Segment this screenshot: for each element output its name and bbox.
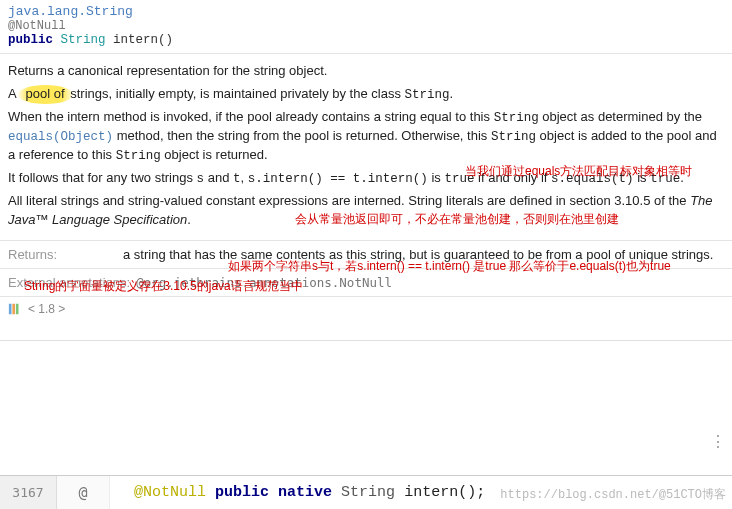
summary-line: Returns a canonical representation for t… xyxy=(8,62,724,81)
text: , xyxy=(241,170,248,185)
svg-rect-2 xyxy=(16,304,19,315)
method-name: intern() xyxy=(113,33,173,47)
user-annotation-2: 会从常量池返回即可，不必在常量池创建，否则则在池里创建 xyxy=(295,211,619,228)
since-version-text[interactable]: < 1.8 > xyxy=(28,302,65,316)
highlight-marker: pool of xyxy=(18,85,73,104)
user-annotation-1: 当我们通过equals方法匹配目标对象相等时 xyxy=(465,163,692,180)
javadoc-link[interactable]: equals(Object) xyxy=(8,130,113,144)
user-annotation-4: String的字面量被定义存在3.10.5的java语言规范当中 xyxy=(24,278,303,295)
annotation-text: @NotNull xyxy=(8,19,724,33)
text: strings, initially empty, is maintained … xyxy=(67,86,405,101)
text: object is returned. xyxy=(161,147,268,162)
text: method, then the string from the pool is… xyxy=(113,128,491,143)
text: . xyxy=(187,212,191,227)
gutter-annotation-icon[interactable]: @ xyxy=(57,476,110,509)
inline-code: s.intern() == t.intern() xyxy=(248,172,428,186)
return-type: String xyxy=(341,484,395,501)
annotation: @NotNull xyxy=(134,484,206,501)
text: and xyxy=(204,170,233,185)
svg-rect-1 xyxy=(12,304,15,315)
returns-label: Returns: xyxy=(8,247,123,262)
inline-code: String xyxy=(494,111,539,125)
overflow-menu-icon[interactable]: ⋮ xyxy=(710,432,726,451)
inline-code: String xyxy=(491,130,536,144)
para-invoke: When the intern method is invoked, if th… xyxy=(8,108,724,165)
keyword-public: public xyxy=(215,484,269,501)
source-code-line[interactable]: @NotNull public native String intern(); … xyxy=(110,476,732,509)
keyword-public: public xyxy=(8,33,53,47)
text: is xyxy=(428,170,445,185)
para-pool: A pool of strings, initially empty, is m… xyxy=(8,85,724,104)
editor-line: 3167 @ @NotNull public native String int… xyxy=(0,475,732,509)
method-signature: public String intern() xyxy=(8,33,724,47)
text: . xyxy=(450,86,454,101)
user-annotation-3: 如果两个字符串s与t，若s.intern() == t.intern() 是tr… xyxy=(228,258,671,275)
since-version-bar: < 1.8 > xyxy=(0,297,732,340)
watermark-text: https://blog.csdn.net/@51CTO博客 xyxy=(500,486,726,503)
inline-code: String xyxy=(405,88,450,102)
text: object as determined by the xyxy=(539,109,702,124)
keyword-native: native xyxy=(278,484,332,501)
return-type: String xyxy=(61,33,106,47)
inline-code: s xyxy=(197,172,205,186)
inline-code: t xyxy=(233,172,241,186)
javadoc-body-wrap: Returns a canonical representation for t… xyxy=(0,54,732,241)
class-link[interactable]: java.lang.String xyxy=(8,4,724,19)
library-icon xyxy=(8,301,22,316)
text: All literal strings and string-valued co… xyxy=(8,193,690,208)
inline-code: String xyxy=(116,149,161,163)
text: It follows that for any two strings xyxy=(8,170,197,185)
method-name: intern(); xyxy=(404,484,485,501)
line-number: 3167 xyxy=(0,476,57,509)
svg-rect-0 xyxy=(9,304,12,315)
javadoc-header: java.lang.String @NotNull public String … xyxy=(0,4,732,54)
text: When the intern method is invoked, if th… xyxy=(8,109,494,124)
javadoc-panel: java.lang.String @NotNull public String … xyxy=(0,0,732,341)
